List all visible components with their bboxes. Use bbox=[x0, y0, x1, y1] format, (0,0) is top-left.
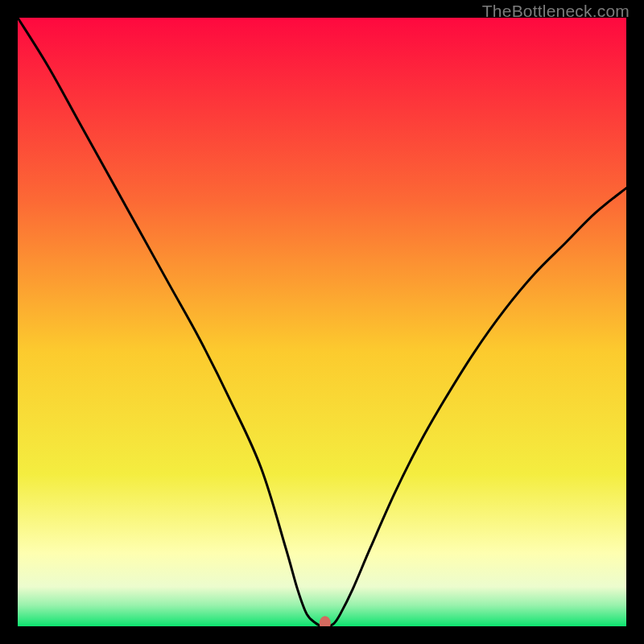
plot-area bbox=[18, 18, 626, 626]
watermark-text: TheBottleneck.com bbox=[482, 2, 630, 21]
plot-svg bbox=[18, 18, 626, 626]
chart-container: TheBottleneck.com bbox=[0, 0, 644, 644]
gradient-background bbox=[18, 18, 626, 626]
